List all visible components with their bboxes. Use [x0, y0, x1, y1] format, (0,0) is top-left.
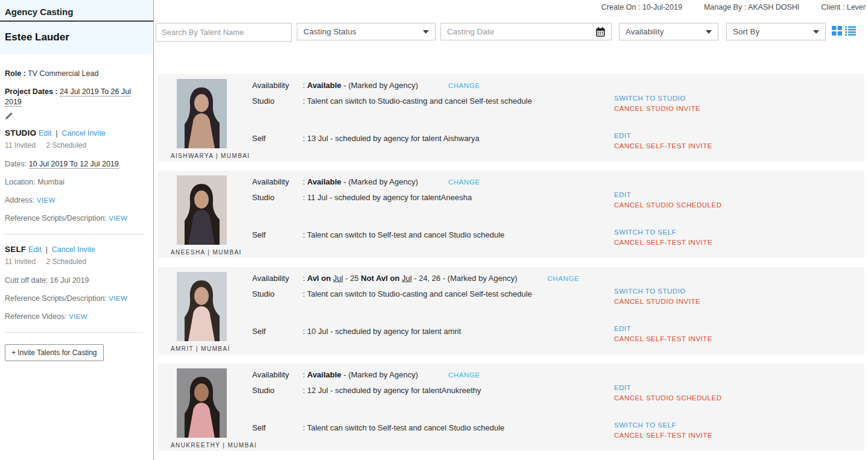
edit-link[interactable]: EDIT	[614, 324, 712, 334]
studio-actions: EDITCANCEL STUDIO SCHEDULED	[614, 190, 722, 210]
cancel-studio-invite-link[interactable]: CANCEL STUDIO INVITE	[614, 104, 700, 114]
studio-ref-scripts-view-link[interactable]: VIEW	[109, 215, 127, 222]
casting-date-picker[interactable]: Casting Date	[440, 23, 612, 40]
casting-meta-bar: Create On : 10-Jul-2019 Manage By : AKAS…	[601, 3, 866, 11]
studio-edit-link[interactable]: Edit	[39, 129, 52, 137]
cancel-studio-scheduled-link[interactable]: CANCEL STUDIO SCHEDULED	[614, 200, 722, 210]
project-dates-line: Project Dates : 24 Jul 2019 To 26 Jul 20…	[5, 87, 148, 107]
availability-value: : Available - (Marked by Agency)	[303, 177, 418, 186]
availability-line: Availability: Available - (Marked by Age…	[252, 370, 480, 380]
studio-actions: SWITCH TO STUDIOCANCEL STUDIO INVITE	[614, 286, 700, 307]
self-ref-scripts-line: Reference Scripts/Description: VIEW	[5, 294, 148, 304]
studio-value-part: : 12 Jul - scheduled by agency for talen…	[303, 386, 481, 395]
self-line: Self: Talent can switch to Self-test and…	[252, 230, 504, 241]
edit-link[interactable]: EDIT	[614, 190, 722, 200]
change-availability-link[interactable]: CHANGE	[448, 178, 480, 186]
studio-dates-line: Dates: 10 Jul 2019 To 12 Jul 2019	[5, 159, 148, 169]
self-value: : 10 Jul - scheduled by agency for talen…	[303, 327, 461, 336]
cancel-self-test-invite-link[interactable]: CANCEL SELF-TEST INVITE	[614, 334, 712, 344]
studio-line: Studio: Talent can switch to Studio-cast…	[252, 96, 532, 107]
cancel-self-test-invite-link[interactable]: CANCEL SELF-TEST INVITE	[614, 238, 712, 248]
self-cutoff-label: Cutt off date:	[5, 276, 48, 285]
studio-invited-count: 11 Invited	[5, 141, 36, 150]
search-input[interactable]	[156, 23, 292, 42]
client-brand-name: Estee Lauder	[0, 22, 153, 45]
grid-view-icon[interactable]	[832, 26, 842, 36]
studio-actions: EDITCANCEL STUDIO SCHEDULED	[614, 383, 722, 403]
talent-name-location: AISHWARYA | MUMBAI	[171, 153, 276, 159]
self-line: Self: Talent can switch to Self-test and…	[252, 423, 504, 433]
self-actions: EDITCANCEL SELF-TEST INVITE	[614, 131, 712, 151]
studio-counts: 11 Invited 2 Scheduled	[5, 141, 148, 150]
switch-to-self-link[interactable]: SWITCH TO SELF	[614, 227, 712, 238]
self-edit-link[interactable]: Edit	[28, 245, 42, 254]
edit-link[interactable]: EDIT	[614, 383, 722, 393]
self-cancel-invite-link[interactable]: Cancel Invite	[52, 245, 95, 254]
availability-line: Availability: Available - (Marked by Age…	[252, 80, 480, 91]
self-actions: SWITCH TO SELFCANCEL SELF-TEST INVITE	[614, 227, 712, 248]
change-availability-link[interactable]: CHANGE	[448, 371, 480, 379]
self-actions: EDITCANCEL SELF-TEST INVITE	[614, 324, 712, 344]
talent-photo[interactable]	[177, 272, 227, 341]
self-ref-videos-view-link[interactable]: VIEW	[69, 313, 87, 320]
self-ref-videos-label: Reference Videos:	[5, 312, 67, 321]
studio-location-value: Mumbai	[37, 178, 64, 186]
self-value-part: : 10 Jul - scheduled by agency for talen…	[303, 327, 461, 336]
availability-label: Availability	[252, 80, 303, 91]
sort-by-dropdown[interactable]: Sort By	[726, 23, 826, 40]
cancel-studio-invite-link[interactable]: CANCEL STUDIO INVITE	[614, 297, 700, 307]
self-ref-scripts-view-link[interactable]: VIEW	[109, 295, 127, 302]
talent-photo[interactable]	[177, 79, 227, 148]
switch-to-studio-link[interactable]: SWITCH TO STUDIO	[614, 286, 700, 297]
studio-dates-value[interactable]: 10 Jul 2019 To 12 Jul 2019	[29, 160, 119, 169]
self-label: Self	[252, 423, 303, 433]
availability-value: Availability	[626, 27, 664, 36]
studio-address-line: Address: VIEW	[5, 195, 148, 206]
self-value: : Talent can switch to Self-test and can…	[303, 230, 504, 239]
self-section-title: SELF	[5, 245, 26, 254]
role-line: Role : TV Commercial Lead	[5, 69, 148, 79]
self-ref-scripts-label: Reference Scripts/Description:	[5, 294, 107, 303]
role-value: TV Commercial Lead	[28, 69, 98, 78]
availability-value-part: - (Marked by Agency)	[443, 274, 518, 283]
studio-value: : Talent can switch to Studio-casting an…	[303, 96, 532, 106]
cancel-studio-scheduled-link[interactable]: CANCEL STUDIO SCHEDULED	[614, 393, 722, 403]
invite-talents-button[interactable]: + Invite Talents for Casting	[5, 344, 104, 361]
availability-value-part: - (Marked by Agency)	[341, 81, 418, 90]
studio-section-title: STUDIO	[5, 128, 36, 137]
page-title: Agency Casting	[0, 0, 153, 22]
self-line: Self: 13 Jul - scheduled by agency for t…	[252, 133, 480, 144]
role-label: Role :	[5, 69, 26, 78]
change-availability-link[interactable]: CHANGE	[448, 82, 480, 89]
sidebar: Agency Casting Estee Lauder Role : TV Co…	[0, 0, 154, 460]
studio-cancel-invite-link[interactable]: Cancel Invite	[62, 129, 106, 137]
talent-photo[interactable]	[177, 368, 227, 438]
availability-value: : Available - (Marked by Agency)	[303, 370, 418, 379]
calendar-icon	[596, 27, 605, 37]
manage-by-text: Manage By : AKASH DOSHI	[704, 3, 799, 11]
availability-dropdown[interactable]: Availability	[619, 23, 718, 40]
list-view-icon[interactable]	[845, 26, 856, 36]
switch-to-self-link[interactable]: SWITCH TO SELF	[614, 420, 712, 430]
studio-address-view-link[interactable]: VIEW	[37, 197, 55, 204]
change-availability-link[interactable]: CHANGE	[547, 275, 579, 282]
pencil-icon[interactable]	[5, 112, 148, 122]
studio-label: Studio	[252, 289, 303, 300]
talent-name-location: ANUKREETHY | MUMBAI	[171, 442, 276, 449]
talent-row: ANEESHA | MUMBAIAvailability: Available …	[158, 171, 864, 258]
edit-link[interactable]: EDIT	[614, 131, 712, 141]
self-value-part: : Talent can switch to Self-test and can…	[303, 230, 504, 239]
studio-line: Studio: 12 Jul - scheduled by agency for…	[252, 385, 481, 396]
studio-value-part: : Talent can switch to Studio-casting an…	[303, 289, 532, 298]
cancel-self-test-invite-link[interactable]: CANCEL SELF-TEST INVITE	[614, 430, 712, 441]
switch-to-studio-link[interactable]: SWITCH TO STUDIO	[614, 93, 700, 104]
studio-location-line: Location: Mumbai	[5, 177, 148, 187]
studio-ref-scripts-line: Reference Scripts/Description: VIEW	[5, 213, 148, 224]
talent-photo[interactable]	[177, 175, 227, 245]
filter-bar: Casting Status Casting Date Availab	[156, 23, 856, 42]
chevron-down-icon	[813, 30, 819, 34]
studio-value: : 11 Jul - scheduled by agency for talen…	[303, 193, 472, 202]
cancel-self-test-invite-link[interactable]: CANCEL SELF-TEST INVITE	[614, 141, 712, 151]
casting-status-dropdown[interactable]: Casting Status	[297, 23, 436, 40]
studio-label: Studio	[252, 385, 303, 396]
